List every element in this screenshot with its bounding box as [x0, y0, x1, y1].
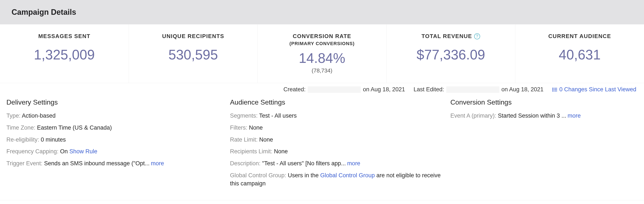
audience-description: Description: "Test - All users" [No filt… — [230, 160, 446, 168]
created-label: Created: — [284, 86, 306, 93]
svg-point-0 — [553, 88, 553, 88]
settings-row: Delivery Settings Type: Action-based Tim… — [0, 96, 644, 200]
stat-conversion-rate: CONVERSION RATE (PRIMARY CONVERSIONS) 14… — [258, 24, 386, 83]
edited-label: Last Edited: — [414, 86, 444, 93]
delivery-timezone: Time Zone: Eastern Time (US & Canada) — [6, 124, 226, 132]
show-rule-link[interactable]: Show Rule — [69, 148, 97, 154]
stat-messages-sent: MESSAGES SENT 1,325,009 — [0, 24, 129, 83]
stat-label: UNIQUE RECIPIENTS — [133, 33, 253, 40]
svg-point-1 — [553, 89, 553, 90]
audience-recipients-limit: Recipients Limit: None — [230, 148, 446, 156]
campaign-monitoring-row: Campaign Monitoring Be the first to know… — [0, 200, 644, 204]
stat-sublabel: (PRIMARY CONVERSIONS) — [262, 41, 382, 46]
stat-label: TOTAL REVENUE ? — [391, 33, 511, 40]
conversion-event-a: Event A (primary): Started Session withi… — [450, 112, 638, 120]
event-more-link[interactable]: more — [568, 112, 581, 119]
trigger-more-link[interactable]: more — [151, 160, 164, 166]
created-date: on Aug 18, 2021 — [363, 86, 405, 93]
stat-current-audience: CURRENT AUDIENCE 40,631 — [516, 24, 644, 83]
audience-heading: Audience Settings — [230, 98, 446, 106]
audience-rate-limit: Rate Limit: None — [230, 136, 446, 144]
audience-segments: Segments: Test - All users — [230, 112, 446, 120]
delivery-frequency-capping: Frequency Capping: On Show Rule — [6, 148, 226, 156]
svg-point-2 — [553, 91, 553, 91]
delivery-heading: Delivery Settings — [6, 98, 226, 106]
stat-label: CONVERSION RATE — [262, 33, 382, 40]
delivery-reeligibility: Re-eligibility: 0 minutes — [6, 136, 226, 144]
audience-global-control-group: Global Control Group: Users in the Globa… — [230, 172, 446, 188]
stat-unique-recipients: UNIQUE RECIPIENTS 530,595 — [129, 24, 258, 83]
delivery-settings: Delivery Settings Type: Action-based Tim… — [6, 98, 226, 192]
page-header: Campaign Details — [0, 0, 644, 24]
stat-label: CURRENT AUDIENCE — [520, 33, 640, 40]
description-more-link[interactable]: more — [347, 160, 360, 166]
stats-row: MESSAGES SENT 1,325,009 UNIQUE RECIPIENT… — [0, 24, 644, 83]
stat-value: 530,595 — [133, 47, 253, 63]
conversion-settings: Conversion Settings Event A (primary): S… — [450, 98, 638, 192]
stat-value: 40,631 — [520, 47, 640, 63]
delivery-type: Type: Action-based — [6, 112, 226, 120]
audience-settings: Audience Settings Segments: Test - All u… — [230, 98, 446, 192]
meta-row: Created: on Aug 18, 2021 Last Edited: on… — [0, 83, 644, 96]
meta-created: Created: on Aug 18, 2021 — [284, 86, 405, 93]
audience-filters: Filters: None — [230, 124, 446, 132]
stat-total-revenue: TOTAL REVENUE ? $77,336.09 — [386, 24, 516, 83]
stat-subvalue: (78,734) — [262, 67, 382, 74]
edited-blank — [446, 86, 499, 93]
meta-last-edited: Last Edited: on Aug 18, 2021 — [414, 86, 544, 93]
help-icon[interactable]: ? — [474, 33, 480, 39]
stat-value: 1,325,009 — [4, 47, 124, 63]
stat-label: MESSAGES SENT — [4, 33, 124, 40]
stat-value: 14.84% — [262, 50, 382, 66]
stat-label-text: TOTAL REVENUE — [422, 33, 472, 40]
changes-since-viewed-link[interactable]: 0 Changes Since Last Viewed — [552, 86, 636, 93]
created-blank — [308, 86, 361, 93]
delivery-trigger-event: Trigger Event: Sends an SMS inbound mess… — [6, 160, 226, 168]
conversion-heading: Conversion Settings — [450, 98, 638, 106]
changes-link-text: 0 Changes Since Last Viewed — [559, 86, 636, 93]
list-icon — [552, 87, 558, 92]
page-title: Campaign Details — [12, 8, 638, 17]
edited-date: on Aug 18, 2021 — [502, 86, 544, 93]
global-control-group-link[interactable]: Global Control Group — [320, 172, 375, 178]
stat-value: $77,336.09 — [391, 47, 511, 63]
